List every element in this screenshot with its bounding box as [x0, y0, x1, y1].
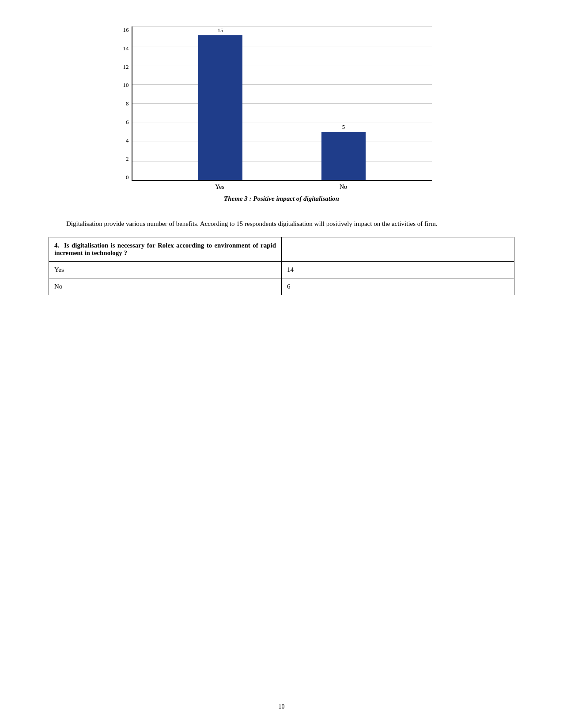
- bars-area: 15 5: [132, 26, 432, 180]
- option-no: No: [49, 278, 282, 295]
- y-label-12: 12: [115, 64, 129, 71]
- y-label-6: 6: [115, 119, 129, 126]
- y-label-10: 10: [115, 82, 129, 89]
- option-yes: Yes: [49, 262, 282, 278]
- paragraph-theme3: Digitalisation provide various number of…: [49, 218, 514, 229]
- value-yes: 14: [282, 262, 514, 278]
- x-axis-labels: Yes No: [132, 184, 432, 191]
- y-label-2: 2: [115, 155, 129, 162]
- bar-no-rect: [321, 132, 366, 180]
- y-axis-labels: 16 14 12 10 8 6 4 2 0: [115, 26, 129, 181]
- y-label-4: 4: [115, 137, 129, 144]
- page: 16 14 12 10 8 6 4 2 0: [0, 0, 563, 728]
- chart-container: 16 14 12 10 8 6 4 2 0: [49, 26, 514, 210]
- question-cell: 4. Is digitalisation is necessary for Ro…: [49, 237, 282, 262]
- answer-header-cell: [282, 237, 514, 262]
- table-question-row: 4. Is digitalisation is necessary for Ro…: [49, 237, 514, 262]
- question-number: 4. Is digitalisation is necessary for Ro…: [54, 242, 276, 256]
- bar-no-label-top: 5: [342, 124, 345, 131]
- y-label-14: 14: [115, 45, 129, 52]
- survey-table: 4. Is digitalisation is necessary for Ro…: [49, 237, 514, 295]
- x-label-yes: Yes: [198, 184, 242, 191]
- chart-plot-area: 15 5: [132, 26, 432, 181]
- bar-yes: 15: [198, 27, 242, 180]
- page-number: 10: [279, 703, 285, 710]
- y-label-8: 8: [115, 100, 129, 107]
- table-row-yes: Yes 14: [49, 262, 514, 278]
- chart-caption: Theme 3 : Positive impact of digitalisat…: [224, 195, 339, 203]
- table-row-no: No 6: [49, 278, 514, 295]
- bar-yes-label-top: 15: [218, 27, 223, 34]
- x-label-no: No: [321, 184, 366, 191]
- bar-no: 5: [321, 124, 366, 180]
- y-label-0: 0: [115, 174, 129, 181]
- bar-yes-rect: [198, 35, 242, 180]
- value-no: 6: [282, 278, 514, 295]
- y-label-16: 16: [115, 26, 129, 34]
